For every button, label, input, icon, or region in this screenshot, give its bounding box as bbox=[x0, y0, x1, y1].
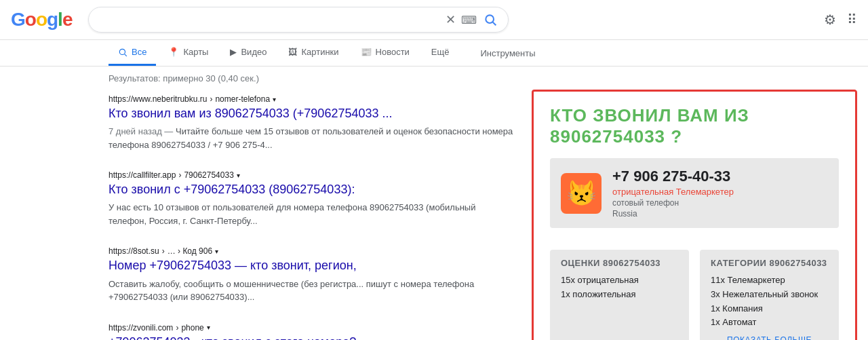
result-url-domain: https://www.neberitrubku.ru bbox=[108, 94, 207, 104]
category-item: 11х Телемаркетер bbox=[711, 273, 828, 288]
result-snippet: Оставить жалобу, сообщить о мошенничеств… bbox=[108, 278, 515, 304]
result-url-path-text: … › Код 906 bbox=[167, 246, 212, 256]
settings-icon[interactable]: ⚙ bbox=[824, 12, 836, 28]
result-item: https://www.neberitrubku.ru › nomer-tele… bbox=[108, 94, 515, 151]
images-icon: 🖼 bbox=[288, 47, 297, 57]
nav-item-images[interactable]: 🖼 Картинки bbox=[279, 40, 348, 66]
svg-line-1 bbox=[493, 22, 496, 26]
tools-button[interactable]: Инструменты bbox=[475, 41, 540, 65]
phone-mascot: 😾 bbox=[561, 173, 601, 214]
category-item: 3х Нежелательный звонок bbox=[711, 288, 828, 302]
nav-item-news[interactable]: 📰 Новости bbox=[351, 40, 419, 66]
phone-label: отрицательная Телемаркетер bbox=[612, 187, 734, 197]
result-dropdown-arrow[interactable]: ▾ bbox=[207, 324, 210, 331]
nav-item-video[interactable]: ▶ Видео bbox=[220, 40, 276, 66]
result-url-separator: › bbox=[162, 246, 165, 256]
header-right: ⚙ ⠿ bbox=[824, 12, 857, 28]
result-title[interactable]: Номер +79062754033 — кто звонит, регион, bbox=[108, 257, 515, 274]
result-snippet: У нас есть 10 отзывов от пользователей д… bbox=[108, 201, 515, 227]
result-dropdown-arrow[interactable]: ▾ bbox=[237, 172, 240, 179]
result-dropdown-arrow[interactable]: ▾ bbox=[215, 248, 218, 255]
search-results: Результатов: примерно 30 (0,40 сек.) htt… bbox=[108, 73, 515, 340]
rating-negative: 15х отрицательная bbox=[561, 273, 678, 288]
search-submit-button[interactable] bbox=[482, 12, 498, 28]
result-url-separator: › bbox=[178, 170, 181, 180]
phone-info: +7 906 275-40-33 отрицательная Телемарке… bbox=[612, 168, 734, 219]
snippet-text: У нас есть 10 отзывов от пользователей д… bbox=[108, 202, 475, 226]
phone-type: сотовый телефон bbox=[612, 198, 734, 208]
search-clear-button[interactable]: ✕ bbox=[446, 12, 456, 27]
ratings-title: ОЦЕНКИ 89062754033 bbox=[561, 258, 678, 268]
result-item: https://8sot.su › … › Код 906 ▾ Номер +7… bbox=[108, 246, 515, 303]
phone-card: 😾 +7 906 275-40-33 отрицательная Телемар… bbox=[550, 158, 839, 228]
result-title[interactable]: +79062754033 - кто звонил с этого номера… bbox=[108, 334, 515, 340]
panel-header: КТО ЗВОНИЛ ВАМ ИЗ 89062754033 ? 😾 +7 906… bbox=[534, 92, 855, 239]
search-bar: +79062754033 ✕ ⌨ bbox=[88, 7, 509, 33]
category-item: 1х Автомат bbox=[711, 316, 828, 330]
result-title[interactable]: Кто звонил с +79062754033 (89062754033): bbox=[108, 181, 515, 198]
nav-label-news: Новости bbox=[376, 47, 410, 57]
result-dropdown-arrow[interactable]: ▾ bbox=[273, 96, 276, 103]
result-url-path: › bbox=[210, 94, 212, 104]
result-url-domain: https://zvonili.com bbox=[108, 323, 173, 333]
svg-point-2 bbox=[119, 49, 125, 54]
knowledge-panel: КТО ЗВОНИЛ ВАМ ИЗ 89062754033 ? 😾 +7 906… bbox=[532, 90, 857, 340]
panel-title: КТО ЗВОНИЛ ВАМ ИЗ 89062754033 ? bbox=[550, 105, 839, 147]
nav-bar: Все 📍 Карты ▶ Видео 🖼 Картинки 📰 Новости… bbox=[0, 40, 868, 67]
snippet-text: Оставить жалобу, сообщить о мошенничеств… bbox=[108, 279, 474, 303]
nav-label-maps: Карты bbox=[183, 47, 208, 57]
mascot-emoji: 😾 bbox=[566, 179, 597, 208]
nav-item-maps[interactable]: 📍 Карты bbox=[159, 40, 218, 66]
nav-label-more: Ещё bbox=[431, 47, 450, 57]
maps-icon: 📍 bbox=[168, 47, 179, 57]
nav-item-all[interactable]: Все bbox=[108, 40, 156, 66]
category-item: 1х Компания bbox=[711, 302, 828, 316]
nav-label-images: Картинки bbox=[301, 47, 338, 57]
header: Google +79062754033 ✕ ⌨ ⚙ ⠿ bbox=[0, 0, 868, 40]
result-title[interactable]: Кто звонил вам из 89062754033 (+79062754… bbox=[108, 105, 515, 122]
result-url-path-text: 79062754033 bbox=[184, 170, 233, 180]
panel-body: ОЦЕНКИ 89062754033 15х отрицательная 1х … bbox=[534, 239, 855, 340]
result-snippet: 7 дней назад — Читайте больше чем 15 отз… bbox=[108, 125, 515, 151]
phone-number: +7 906 275-40-33 bbox=[612, 168, 734, 185]
categories-title: КАТЕГОРИИ 89062754033 bbox=[711, 258, 828, 268]
result-item: https://zvonili.com › phone ▾ +790627540… bbox=[108, 323, 515, 340]
nav-item-more[interactable]: Ещё bbox=[422, 40, 459, 66]
search-input[interactable]: +79062754033 bbox=[98, 14, 440, 26]
google-logo[interactable]: Google bbox=[11, 9, 72, 31]
svg-point-0 bbox=[486, 15, 494, 23]
main-content: Результатов: примерно 30 (0,40 сек.) htt… bbox=[0, 67, 868, 340]
phone-country: Russia bbox=[612, 209, 734, 219]
rating-positive: 1х положительная bbox=[561, 288, 678, 302]
result-url-domain: https://8sot.su bbox=[108, 246, 159, 256]
news-icon: 📰 bbox=[361, 47, 372, 57]
result-url-separator: › bbox=[176, 323, 178, 333]
result-url: https://8sot.su › … › Код 906 ▾ bbox=[108, 246, 515, 256]
result-url: https://callfilter.app › 79062754033 ▾ bbox=[108, 170, 515, 180]
result-item: https://callfilter.app › 79062754033 ▾ К… bbox=[108, 170, 515, 227]
apps-grid-icon[interactable]: ⠿ bbox=[847, 12, 857, 28]
result-url: https://www.neberitrubku.ru › nomer-tele… bbox=[108, 94, 515, 104]
keyboard-icon[interactable]: ⌨ bbox=[461, 14, 477, 26]
result-url-path-text: nomer-telefona bbox=[215, 94, 270, 104]
ratings-section: ОЦЕНКИ 89062754033 15х отрицательная 1х … bbox=[550, 250, 689, 340]
categories-section: КАТЕГОРИИ 89062754033 11х Телемаркетер 3… bbox=[700, 250, 839, 340]
nav-label-video: Видео bbox=[241, 47, 267, 57]
results-count: Результатов: примерно 30 (0,40 сек.) bbox=[108, 73, 515, 83]
video-icon: ▶ bbox=[230, 47, 237, 57]
show-more-link[interactable]: ПОКАЗАТЬ БОЛЬШЕ bbox=[711, 335, 828, 340]
result-url: https://zvonili.com › phone ▾ bbox=[108, 323, 515, 333]
svg-line-3 bbox=[125, 54, 127, 56]
snippet-date: 7 дней назад — bbox=[108, 126, 173, 136]
result-url-domain: https://callfilter.app bbox=[108, 170, 176, 180]
result-url-path-text: phone bbox=[181, 323, 203, 333]
nav-label-all: Все bbox=[132, 47, 146, 57]
